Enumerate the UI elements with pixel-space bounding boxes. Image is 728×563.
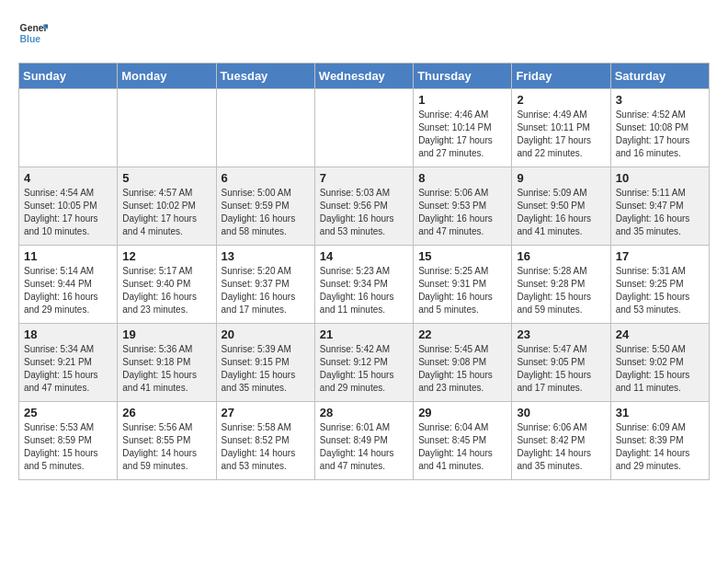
calendar-day-cell: 10Sunrise: 5:11 AM Sunset: 9:47 PM Dayli… xyxy=(610,167,709,246)
calendar-day-cell: 15Sunrise: 5:25 AM Sunset: 9:31 PM Dayli… xyxy=(414,246,512,324)
calendar-day-cell: 12Sunrise: 5:17 AM Sunset: 9:40 PM Dayli… xyxy=(118,246,216,324)
day-info: Sunrise: 5:56 AM Sunset: 8:55 PM Dayligh… xyxy=(122,421,210,473)
page-header: General Blue xyxy=(18,18,710,48)
calendar-day-cell: 23Sunrise: 5:47 AM Sunset: 9:05 PM Dayli… xyxy=(512,324,610,402)
day-number: 29 xyxy=(418,406,506,419)
calendar-week-row: 1Sunrise: 4:46 AM Sunset: 10:14 PM Dayli… xyxy=(19,89,710,167)
day-info: Sunrise: 5:31 AM Sunset: 9:25 PM Dayligh… xyxy=(616,265,704,316)
day-number: 17 xyxy=(616,249,704,263)
calendar-day-cell: 31Sunrise: 6:09 AM Sunset: 8:39 PM Dayli… xyxy=(610,402,709,480)
day-info: Sunrise: 5:06 AM Sunset: 9:53 PM Dayligh… xyxy=(418,187,506,238)
day-info: Sunrise: 6:06 AM Sunset: 8:42 PM Dayligh… xyxy=(517,421,605,473)
day-number: 10 xyxy=(616,171,704,185)
day-number: 16 xyxy=(517,249,605,263)
svg-text:Blue: Blue xyxy=(20,34,41,44)
calendar-day-cell: 17Sunrise: 5:31 AM Sunset: 9:25 PM Dayli… xyxy=(610,246,709,324)
day-number: 21 xyxy=(320,327,408,341)
day-number: 3 xyxy=(616,93,704,107)
day-number: 9 xyxy=(517,171,605,185)
weekday-header-tuesday: Tuesday xyxy=(216,63,314,89)
calendar-day-cell: 30Sunrise: 6:06 AM Sunset: 8:42 PM Dayli… xyxy=(512,402,610,480)
day-info: Sunrise: 4:52 AM Sunset: 10:08 PM Daylig… xyxy=(616,109,704,160)
calendar-day-cell: 24Sunrise: 5:50 AM Sunset: 9:02 PM Dayli… xyxy=(610,324,709,402)
day-info: Sunrise: 5:28 AM Sunset: 9:28 PM Dayligh… xyxy=(517,265,605,316)
day-number: 24 xyxy=(616,327,704,341)
calendar-day-cell: 22Sunrise: 5:45 AM Sunset: 9:08 PM Dayli… xyxy=(414,324,512,402)
day-info: Sunrise: 5:58 AM Sunset: 8:52 PM Dayligh… xyxy=(222,421,310,473)
calendar-week-row: 18Sunrise: 5:34 AM Sunset: 9:21 PM Dayli… xyxy=(19,324,710,402)
day-number: 4 xyxy=(24,171,112,185)
day-number: 18 xyxy=(24,327,112,341)
calendar-day-cell: 20Sunrise: 5:39 AM Sunset: 9:15 PM Dayli… xyxy=(216,324,314,402)
day-info: Sunrise: 5:39 AM Sunset: 9:15 PM Dayligh… xyxy=(222,343,310,395)
day-number: 1 xyxy=(418,93,506,107)
day-info: Sunrise: 5:50 AM Sunset: 9:02 PM Dayligh… xyxy=(616,343,704,395)
calendar-day-cell: 13Sunrise: 5:20 AM Sunset: 9:37 PM Dayli… xyxy=(216,246,314,324)
day-number: 11 xyxy=(24,249,112,263)
calendar-day-cell: 5Sunrise: 4:57 AM Sunset: 10:02 PM Dayli… xyxy=(118,167,216,246)
day-info: Sunrise: 5:14 AM Sunset: 9:44 PM Dayligh… xyxy=(24,265,112,316)
calendar-day-cell: 1Sunrise: 4:46 AM Sunset: 10:14 PM Dayli… xyxy=(414,89,512,167)
day-info: Sunrise: 4:49 AM Sunset: 10:11 PM Daylig… xyxy=(517,109,605,160)
weekday-header-thursday: Thursday xyxy=(414,63,512,89)
day-number: 22 xyxy=(418,327,506,341)
day-number: 27 xyxy=(222,406,310,419)
day-number: 19 xyxy=(122,327,210,341)
day-info: Sunrise: 6:01 AM Sunset: 8:49 PM Dayligh… xyxy=(320,421,408,473)
calendar-day-cell: 4Sunrise: 4:54 AM Sunset: 10:05 PM Dayli… xyxy=(19,167,118,246)
day-number: 6 xyxy=(222,171,310,185)
day-info: Sunrise: 4:57 AM Sunset: 10:02 PM Daylig… xyxy=(122,187,210,238)
calendar-day-cell xyxy=(118,89,216,167)
day-info: Sunrise: 5:03 AM Sunset: 9:56 PM Dayligh… xyxy=(320,187,408,238)
calendar-day-cell: 11Sunrise: 5:14 AM Sunset: 9:44 PM Dayli… xyxy=(19,246,118,324)
weekday-header-saturday: Saturday xyxy=(610,63,709,89)
calendar-week-row: 11Sunrise: 5:14 AM Sunset: 9:44 PM Dayli… xyxy=(19,246,710,324)
day-number: 7 xyxy=(320,171,408,185)
weekday-header-monday: Monday xyxy=(118,63,216,89)
weekday-header-sunday: Sunday xyxy=(19,63,118,89)
day-number: 30 xyxy=(517,406,605,419)
day-info: Sunrise: 5:23 AM Sunset: 9:34 PM Dayligh… xyxy=(320,265,408,316)
day-info: Sunrise: 4:54 AM Sunset: 10:05 PM Daylig… xyxy=(24,187,112,238)
day-info: Sunrise: 5:11 AM Sunset: 9:47 PM Dayligh… xyxy=(616,187,704,238)
calendar-day-cell: 18Sunrise: 5:34 AM Sunset: 9:21 PM Dayli… xyxy=(19,324,118,402)
day-number: 20 xyxy=(222,327,310,341)
calendar-day-cell xyxy=(19,89,118,167)
calendar-day-cell: 25Sunrise: 5:53 AM Sunset: 8:59 PM Dayli… xyxy=(19,402,118,480)
day-info: Sunrise: 5:45 AM Sunset: 9:08 PM Dayligh… xyxy=(418,343,506,395)
calendar-day-cell: 7Sunrise: 5:03 AM Sunset: 9:56 PM Daylig… xyxy=(314,167,413,246)
calendar-day-cell: 2Sunrise: 4:49 AM Sunset: 10:11 PM Dayli… xyxy=(512,89,610,167)
day-number: 13 xyxy=(222,249,310,263)
calendar-day-cell: 29Sunrise: 6:04 AM Sunset: 8:45 PM Dayli… xyxy=(414,402,512,480)
day-info: Sunrise: 5:47 AM Sunset: 9:05 PM Dayligh… xyxy=(517,343,605,395)
day-number: 14 xyxy=(320,249,408,263)
day-number: 23 xyxy=(517,327,605,341)
weekday-header-friday: Friday xyxy=(512,63,610,89)
day-info: Sunrise: 6:04 AM Sunset: 8:45 PM Dayligh… xyxy=(418,421,506,473)
calendar-day-cell: 14Sunrise: 5:23 AM Sunset: 9:34 PM Dayli… xyxy=(314,246,413,324)
day-number: 26 xyxy=(122,406,210,419)
day-info: Sunrise: 5:36 AM Sunset: 9:18 PM Dayligh… xyxy=(122,343,210,395)
day-info: Sunrise: 5:25 AM Sunset: 9:31 PM Dayligh… xyxy=(418,265,506,316)
calendar-day-cell: 3Sunrise: 4:52 AM Sunset: 10:08 PM Dayli… xyxy=(610,89,709,167)
calendar-day-cell: 19Sunrise: 5:36 AM Sunset: 9:18 PM Dayli… xyxy=(118,324,216,402)
calendar-day-cell xyxy=(314,89,413,167)
logo-icon: General Blue xyxy=(18,18,48,48)
day-number: 8 xyxy=(418,171,506,185)
day-number: 2 xyxy=(517,93,605,107)
day-number: 31 xyxy=(616,406,704,419)
day-number: 5 xyxy=(122,171,210,185)
day-number: 25 xyxy=(24,406,112,419)
day-info: Sunrise: 5:00 AM Sunset: 9:59 PM Dayligh… xyxy=(222,187,310,238)
calendar-day-cell: 28Sunrise: 6:01 AM Sunset: 8:49 PM Dayli… xyxy=(314,402,413,480)
day-number: 28 xyxy=(320,406,408,419)
calendar-day-cell: 16Sunrise: 5:28 AM Sunset: 9:28 PM Dayli… xyxy=(512,246,610,324)
calendar-day-cell: 21Sunrise: 5:42 AM Sunset: 9:12 PM Dayli… xyxy=(314,324,413,402)
calendar-day-cell: 8Sunrise: 5:06 AM Sunset: 9:53 PM Daylig… xyxy=(414,167,512,246)
day-info: Sunrise: 5:34 AM Sunset: 9:21 PM Dayligh… xyxy=(24,343,112,395)
calendar-day-cell: 6Sunrise: 5:00 AM Sunset: 9:59 PM Daylig… xyxy=(216,167,314,246)
calendar-day-cell xyxy=(216,89,314,167)
weekday-header-wednesday: Wednesday xyxy=(314,63,413,89)
calendar-week-row: 4Sunrise: 4:54 AM Sunset: 10:05 PM Dayli… xyxy=(19,167,710,246)
day-info: Sunrise: 5:42 AM Sunset: 9:12 PM Dayligh… xyxy=(320,343,408,395)
